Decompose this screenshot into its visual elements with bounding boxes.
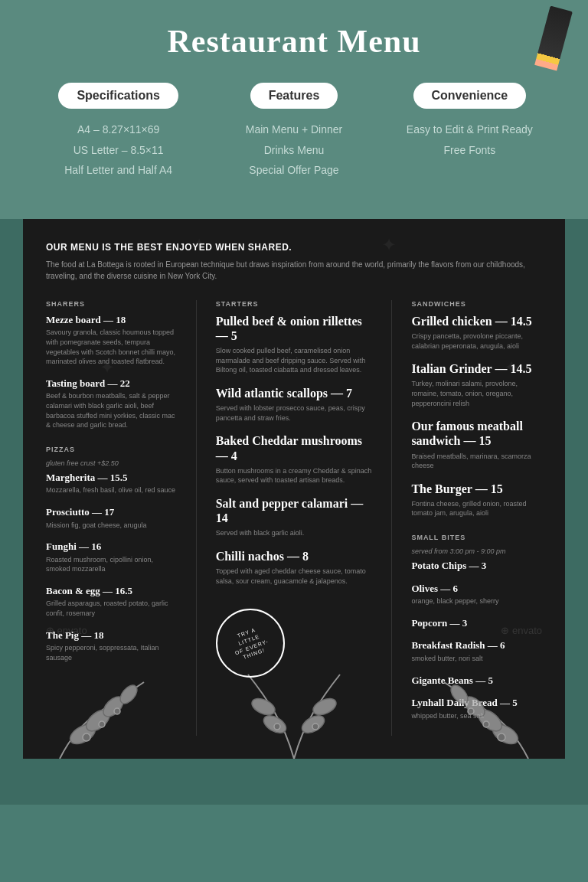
- menu-item-meatball-sandwich: Our famous meatball sandwich — 15 Braise…: [411, 419, 542, 471]
- spec-text-features: Main Menu + Dinner Drinks Menu Special O…: [214, 119, 374, 181]
- spec-column-convenience: Convenience Easy to Edit & Print Ready F…: [382, 83, 557, 160]
- italian-grinder-desc: Turkey, molinari salami, provolone, roma…: [411, 379, 542, 408]
- menu-intro: OUR MENU IS THE BEST ENJOYED WHEN SHARED…: [46, 242, 542, 282]
- olives-desc: orange, black pepper, sherry: [411, 596, 542, 606]
- breakfast-radish-desc: smoked butter, nori salt: [411, 654, 542, 664]
- menu-item-mezze: Mezze board — 18 Savoury granola, classi…: [46, 314, 177, 367]
- spec-badge-features: Features: [250, 83, 338, 109]
- tasting-desc: Beef & bourbon meatballs, salt & pepper …: [46, 391, 177, 430]
- menu-right-column: SANDWICHES Grilled chicken — 14.5 Crispy…: [411, 300, 542, 737]
- menu-item-daily-bread: Lynhall Daily Bread — 5 whipped butter, …: [411, 697, 542, 720]
- page-title: Restaurant Menu: [15, 23, 573, 60]
- potato-chips-name: Potato Chips — 3: [411, 560, 542, 572]
- pulled-beef-name: Pulled beef & onion rillettes — 5: [216, 314, 373, 343]
- spec-column-specifications: Specifications A4 – 8.27×11×69 US Letter…: [31, 83, 206, 181]
- menu-item-burger: The Burger — 15 Fontina cheese, grilled …: [411, 482, 542, 518]
- scallops-desc: Served with lobster prosecco sauce, peas…: [216, 403, 373, 423]
- mezze-name: Mezze board — 18: [46, 314, 177, 326]
- small-bites-label: SMALL BITES: [411, 534, 542, 541]
- menu-item-breakfast-radish: Breakfast Radish — 6 smoked butter, nori…: [411, 639, 542, 663]
- menu-middle-column: STARTERS Pulled beef & onion rillettes —…: [216, 300, 373, 737]
- spec-badge-specifications: Specifications: [58, 83, 178, 109]
- tasting-name: Tasting board — 22: [46, 377, 177, 390]
- spec-text-convenience: Easy to Edit & Print Ready Free Fonts: [390, 119, 550, 160]
- menu-item-calamari: Salt and pepper calamari — 14 Served wit…: [216, 496, 373, 538]
- feature-item-1: Main Menu + Dinner: [214, 119, 374, 140]
- prosciutto-desc: Mission fig, goat cheese, arugula: [46, 521, 177, 531]
- menu-intro-title: OUR MENU IS THE BEST ENJOYED WHEN SHARED…: [46, 242, 542, 253]
- daily-bread-name: Lynhall Daily Bread — 5: [411, 697, 542, 709]
- menu-item-prosciutto: Prosciutto — 17 Mission fig, goat cheese…: [46, 506, 177, 530]
- margherita-name: Margherita — 15.5: [46, 472, 177, 484]
- menu-section-sandwiches: SANDWICHES Grilled chicken — 14.5 Crispy…: [411, 300, 542, 518]
- menu-divider: [196, 300, 197, 737]
- menu-section-pizzas: PIZZAS gluten free crust +$2.50 Margheri…: [46, 446, 177, 663]
- menu-card: ✦ ✦ ✦ ✦ OUR MENU IS THE BEST ENJOYED WHE…: [23, 219, 565, 760]
- sharers-label: SHARERS: [46, 300, 177, 308]
- pig-name: The Pig — 18: [46, 629, 177, 642]
- italian-grinder-name: Italian Grinder — 14.5: [411, 361, 542, 376]
- menu-item-margherita: Margherita — 15.5 Mozzarella, fresh basi…: [46, 472, 177, 495]
- pizzas-label: PIZZAS: [46, 446, 177, 453]
- spec-item-3: Half Letter and Half A4: [38, 160, 198, 181]
- menu-left-column: SHARERS Mezze board — 18 Savoury granola…: [46, 300, 177, 737]
- mezze-desc: Savoury granola, classic houmous topped …: [46, 328, 177, 366]
- menu-intro-text: The food at La Bottega is rooted in Euro…: [46, 259, 542, 282]
- burger-desc: Fontina cheese, grilled onion, roasted t…: [411, 499, 542, 518]
- menu-item-pulled-beef: Pulled beef & onion rillettes — 5 Slow c…: [216, 314, 373, 375]
- menu-section-small-bites: SMALL BITES served from 3:00 pm - 9:00 p…: [411, 534, 542, 720]
- pig-desc: Spicy pepperoni, soppressata, Italian sa…: [46, 643, 177, 662]
- meatball-sandwich-desc: Braised meatballs, marinara, scamorza ch…: [411, 452, 542, 471]
- feature-item-3: Special Offer Page: [214, 160, 374, 181]
- menu-item-tasting: Tasting board — 22 Beef & bourbon meatba…: [46, 377, 177, 430]
- menu-divider-2: [391, 300, 392, 737]
- convenience-item-2: Free Fonts: [390, 140, 550, 161]
- spec-item-2: US Letter – 8.5×11: [38, 140, 198, 161]
- menu-item-nachos: Chilli nachos — 8 Topped with aged chedd…: [216, 549, 373, 586]
- grilled-chicken-desc: Crispy pancetta, provolone piccante, cal…: [411, 332, 542, 351]
- menu-section-starters: STARTERS Pulled beef & onion rillettes —…: [216, 300, 373, 586]
- grilled-chicken-name: Grilled chicken — 14.5: [411, 314, 542, 328]
- pulled-beef-desc: Slow cooked pulled beef, caramelised oni…: [216, 346, 373, 375]
- bacon-egg-desc: Grilled asparagus, roasted potato, garli…: [46, 599, 177, 618]
- menu-item-funghi: Funghi — 16 Roasted mushroom, cipollini …: [46, 541, 177, 574]
- scallops-name: Wild atlantic scallops — 7: [216, 386, 373, 400]
- burger-name: The Burger — 15: [411, 482, 542, 496]
- spec-column-features: Features Main Menu + Dinner Drinks Menu …: [206, 83, 381, 181]
- convenience-item-1: Easy to Edit & Print Ready: [390, 119, 550, 140]
- spec-text-specifications: A4 – 8.27×11×69 US Letter – 8.5×11 Half …: [38, 119, 198, 181]
- menu-item-potato-chips: Potato Chips — 3: [411, 560, 542, 572]
- calamari-desc: Served with black garlic aioli.: [216, 528, 373, 538]
- sandwiches-label: SANDWICHES: [411, 300, 542, 308]
- menu-item-scallops: Wild atlantic scallops — 7 Served with l…: [216, 386, 373, 423]
- bacon-egg-name: Bacon & egg — 16.5: [46, 585, 177, 597]
- menu-item-popcorn: Popcorn — 3: [411, 617, 542, 629]
- pizzas-note: gluten free crust +$2.50: [46, 459, 177, 467]
- menu-item-italian-grinder: Italian Grinder — 14.5 Turkey, molinari …: [411, 361, 542, 408]
- funghi-name: Funghi — 16: [46, 541, 177, 553]
- menu-item-grilled-chicken: Grilled chicken — 14.5 Crispy pancetta, …: [411, 314, 542, 351]
- feature-item-2: Drinks Menu: [214, 140, 374, 161]
- popcorn-name: Popcorn — 3: [411, 617, 542, 629]
- olives-name: Olives — 6: [411, 583, 542, 595]
- calamari-name: Salt and pepper calamari — 14: [216, 496, 373, 525]
- funghi-desc: Roasted mushroom, cipollini onion, smoke…: [46, 555, 177, 574]
- spec-item-1: A4 – 8.27×11×69: [38, 119, 198, 140]
- menu-columns: SHARERS Mezze board — 18 Savoury granola…: [46, 300, 542, 737]
- menu-section-sharers: SHARERS Mezze board — 18 Savoury granola…: [46, 300, 177, 430]
- small-bites-note: served from 3:00 pm - 9:00 pm: [411, 547, 542, 555]
- circle-badge-text: TRY ALITTLEOF EVERY-THING!: [228, 623, 272, 664]
- gigante-beans-name: Gigante Beans — 5: [411, 675, 542, 687]
- circle-badge: TRY ALITTLEOF EVERY-THING!: [216, 609, 285, 678]
- specs-row: Specifications A4 – 8.27×11×69 US Letter…: [31, 83, 557, 181]
- spec-badge-convenience: Convenience: [413, 83, 527, 109]
- menu-item-bacon-egg: Bacon & egg — 16.5 Grilled asparagus, ro…: [46, 585, 177, 619]
- daily-bread-desc: whipped butter, sea salt: [411, 711, 542, 721]
- margherita-desc: Mozzarella, fresh basil, olive oil, red …: [46, 485, 177, 495]
- cheddar-mushrooms-name: Baked Cheddar mushrooms — 4: [216, 433, 373, 462]
- prosciutto-name: Prosciutto — 17: [46, 506, 177, 518]
- menu-item-gigante-beans: Gigante Beans — 5: [411, 675, 542, 687]
- nachos-desc: Topped with aged cheddar cheese sauce, t…: [216, 567, 373, 586]
- meatball-sandwich-name: Our famous meatball sandwich — 15: [411, 419, 542, 448]
- cheddar-mushrooms-desc: Button mushrooms in a creamy Cheddar & s…: [216, 466, 373, 485]
